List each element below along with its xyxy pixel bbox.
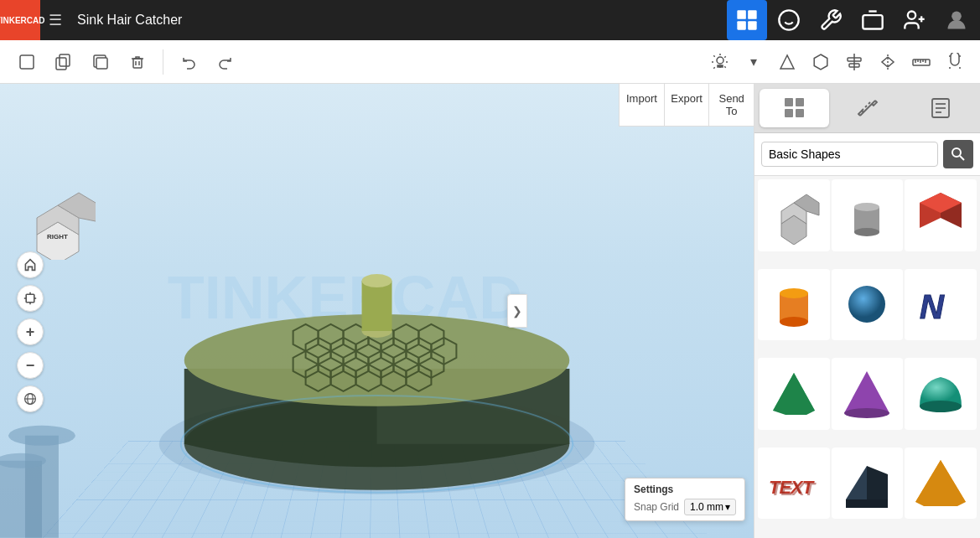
import-btn[interactable]: Import — [620, 84, 665, 126]
top-bar: TINKERCAD ☰ Sink Hair Catcher — [0, 0, 980, 40]
activity-btn[interactable] — [769, 0, 809, 40]
pyramid-yellow-shape[interactable] — [905, 447, 977, 520]
svg-point-105 — [848, 286, 885, 323]
svg-marker-109 — [773, 373, 815, 415]
cone-purple-shape[interactable] — [832, 358, 904, 430]
sidebar-toggle-btn[interactable]: ❯ — [507, 294, 527, 328]
shapes-grid: N N — [754, 176, 980, 538]
magnet-btn[interactable] — [940, 47, 970, 77]
svg-rect-13 — [56, 58, 66, 70]
svg-point-104 — [780, 317, 808, 327]
svg-point-11 — [951, 12, 962, 22]
cube-red-shape[interactable] — [905, 179, 977, 251]
avatar-btn[interactable] — [936, 0, 977, 40]
svg-line-86 — [869, 102, 870, 104]
main-area: TINKERCAD — [0, 84, 980, 538]
shapes-category-select[interactable]: Basic Shapes Text & Numbers Connectors S… — [761, 142, 938, 167]
shape-outline-btn[interactable] — [772, 47, 802, 77]
svg-point-65 — [8, 426, 75, 446]
svg-point-20 — [717, 57, 723, 64]
notes-tab[interactable] — [905, 89, 975, 127]
settings-panel: Settings Snap Grid 1.0 mm ▾ — [625, 478, 745, 521]
svg-rect-1 — [748, 10, 757, 18]
svg-rect-12 — [20, 55, 34, 69]
svg-rect-80 — [785, 98, 793, 106]
svg-line-84 — [862, 109, 863, 111]
grid-view-btn[interactable] — [727, 0, 767, 40]
snap-grid-label: Snap Grid — [634, 501, 679, 513]
svg-rect-81 — [796, 98, 804, 106]
cylinder-grey-shape[interactable] — [832, 179, 904, 251]
svg-point-91 — [952, 148, 961, 157]
paraboloid-teal-shape[interactable] — [905, 358, 977, 430]
toolbar: ▾ — [0, 40, 980, 84]
3d-view-btn[interactable] — [17, 385, 44, 412]
svg-point-4 — [779, 10, 798, 29]
add-user-btn[interactable] — [894, 0, 935, 40]
zoom-out-btn[interactable]: − — [17, 352, 44, 379]
action-bar: Import Export Send To — [619, 84, 754, 127]
svg-point-8 — [908, 12, 915, 19]
hamburger-menu[interactable]: ☰ — [40, 0, 70, 40]
light-dropdown-btn[interactable]: ▾ — [739, 47, 769, 77]
svg-rect-0 — [737, 10, 746, 18]
wedge-navy-shape[interactable] — [832, 447, 904, 520]
svg-text:N: N — [920, 288, 945, 325]
gallery-btn[interactable] — [853, 0, 893, 40]
left-controls: + − — [17, 251, 44, 412]
undo-btn[interactable] — [172, 45, 205, 79]
home-view-btn[interactable] — [17, 251, 44, 278]
new-btn[interactable] — [10, 45, 44, 79]
pyramid-green-shape[interactable] — [758, 358, 830, 430]
svg-text:TEXT: TEXT — [770, 479, 817, 499]
svg-point-64 — [362, 274, 392, 287]
duplicate-btn[interactable] — [84, 45, 117, 79]
svg-point-103 — [780, 288, 808, 298]
project-title: Sink Hair Catcher — [77, 13, 727, 28]
svg-rect-83 — [796, 109, 804, 117]
top-right-icons — [727, 0, 977, 40]
svg-rect-63 — [362, 281, 392, 331]
delete-btn[interactable] — [121, 45, 154, 79]
viewport[interactable]: TINKERCAD — [0, 84, 754, 538]
svg-rect-72 — [26, 294, 34, 303]
export-btn[interactable]: Export — [665, 84, 710, 126]
svg-rect-17 — [133, 59, 142, 68]
wave-shape[interactable]: N N — [905, 269, 977, 341]
fit-view-btn[interactable] — [17, 285, 44, 312]
svg-rect-14 — [60, 54, 70, 66]
zoom-in-btn[interactable]: + — [17, 318, 44, 345]
light-btn[interactable] — [705, 47, 735, 77]
shapes-header: Basic Shapes Text & Numbers Connectors S… — [754, 133, 980, 176]
svg-marker-117 — [846, 499, 888, 508]
redo-btn[interactable] — [209, 45, 242, 79]
svg-marker-116 — [867, 466, 888, 499]
svg-rect-7 — [863, 15, 882, 28]
shapes-tab[interactable] — [760, 89, 829, 127]
svg-point-97 — [854, 203, 879, 211]
svg-line-92 — [960, 156, 964, 160]
sphere-blue-shape[interactable] — [832, 269, 904, 341]
panel-tabs — [754, 84, 980, 133]
align-btn[interactable] — [839, 47, 869, 77]
snap-grid-value[interactable]: 1.0 mm ▾ — [684, 499, 736, 515]
tools-btn[interactable] — [811, 0, 851, 40]
toolbar-separator-1 — [163, 49, 163, 75]
shapes-search-btn[interactable] — [943, 140, 973, 168]
box-shape[interactable] — [758, 179, 830, 251]
ruler-tab[interactable] — [832, 89, 902, 127]
svg-marker-110 — [844, 371, 889, 413]
text-3d-shape[interactable]: TEXT TEXT — [758, 447, 830, 520]
send-to-btn[interactable]: Send To — [709, 84, 754, 126]
copy-btn[interactable] — [47, 45, 80, 79]
hex-btn[interactable] — [806, 47, 836, 77]
right-panel: Basic Shapes Text & Numbers Connectors S… — [754, 84, 980, 538]
orientation-cube[interactable]: RIGHT — [20, 184, 96, 260]
cylinder-orange-shape[interactable] — [758, 269, 830, 341]
mirror-btn[interactable] — [873, 47, 903, 77]
ruler-btn[interactable] — [906, 47, 936, 77]
svg-point-111 — [844, 408, 889, 418]
svg-marker-119 — [915, 460, 966, 506]
settings-label: Settings — [634, 484, 736, 495]
svg-rect-3 — [748, 21, 757, 29]
